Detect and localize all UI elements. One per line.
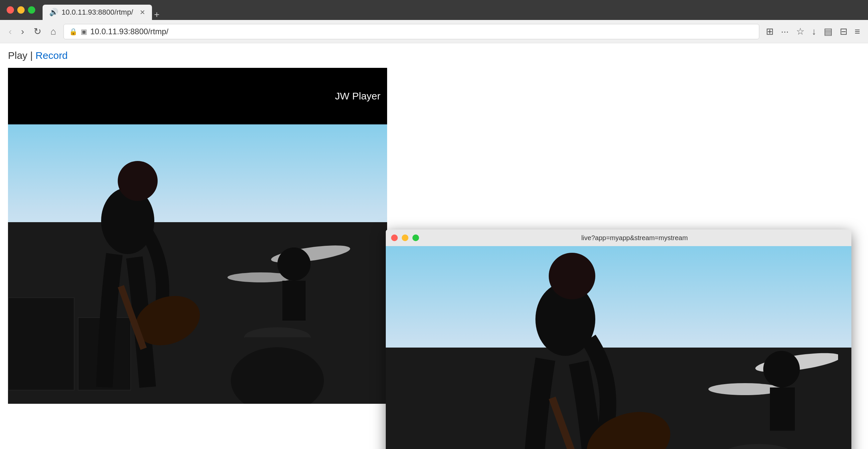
svg-point-9 (277, 247, 311, 281)
vlc-titlebar: live?app=myapp&stream=mystream (386, 230, 851, 246)
address-bar-input[interactable] (90, 27, 754, 36)
page-header: Play | Record (8, 50, 860, 61)
play-label: Play (8, 50, 27, 61)
close-button[interactable] (7, 6, 14, 13)
drum-kit (194, 204, 361, 404)
tab-close-icon[interactable]: ✕ (140, 8, 145, 16)
svg-rect-10 (282, 281, 306, 321)
svg-point-1 (118, 161, 158, 201)
page-content: Play | Record JW Player (0, 43, 868, 411)
separator: | (30, 50, 33, 61)
refresh-button[interactable]: ↻ (32, 24, 43, 39)
nav-action-buttons: ⊞ ··· ☆ ↓ ▤ ⊟ ≡ (765, 25, 861, 38)
jw-player-top-bar: JW Player (8, 68, 387, 124)
grid-icon-button[interactable]: ⊞ (765, 25, 775, 38)
vlc-close-button[interactable] (391, 235, 398, 241)
active-tab[interactable]: 🔊 10.0.11.93:8800/rtmp/ ✕ (42, 5, 152, 20)
minimize-button[interactable] (17, 6, 25, 13)
vlc-minimize-button[interactable] (402, 235, 408, 241)
band-scene (8, 124, 387, 404)
jw-player-container: JW Player (8, 68, 387, 404)
svg-point-8 (231, 347, 324, 404)
svg-point-12 (549, 253, 595, 299)
more-options-button[interactable]: ··· (779, 25, 790, 38)
new-tab-button[interactable]: + (154, 9, 159, 20)
jw-player-label: JW Player (335, 90, 380, 102)
vlc-band-scene (386, 246, 851, 449)
navigation-bar: ‹ › ↻ ⌂ 🔒 ▣ ⊞ ··· ☆ ↓ ▤ ⊟ ≡ (0, 20, 868, 43)
jw-player-video (8, 124, 387, 404)
vlc-drum-kit (672, 303, 838, 449)
window-traffic-lights (7, 6, 35, 13)
bookmarks-button[interactable]: ▤ (823, 25, 834, 38)
bookmark-star-button[interactable]: ☆ (795, 25, 806, 38)
record-link[interactable]: Record (36, 50, 68, 61)
vlc-window-title: live?app=myapp&stream=mystream (423, 234, 846, 242)
tab-title: 10.0.11.93:8800/rtmp/ (62, 8, 133, 17)
lock-icon: ▣ (81, 28, 87, 36)
sidebar-panel-button[interactable]: ⊟ (838, 25, 849, 38)
svg-rect-21 (770, 387, 795, 431)
home-button[interactable]: ⌂ (49, 24, 58, 39)
maximize-button[interactable] (28, 6, 35, 13)
svg-point-20 (763, 351, 800, 387)
tab-speaker-icon: 🔊 (49, 8, 58, 17)
browser-titlebar: 🔊 10.0.11.93:8800/rtmp/ ✕ + (0, 0, 868, 20)
vlc-video-area (386, 246, 851, 449)
forward-button[interactable]: › (19, 24, 26, 39)
back-button[interactable]: ‹ (7, 24, 13, 39)
vlc-maximize-button[interactable] (412, 235, 419, 241)
hamburger-menu-button[interactable]: ≡ (854, 25, 861, 38)
vlc-window: live?app=myapp&stream=mystream (386, 230, 851, 449)
security-icon: 🔒 (69, 28, 78, 36)
tab-bar: 🔊 10.0.11.93:8800/rtmp/ ✕ + (42, 0, 160, 20)
svg-point-17 (722, 444, 795, 449)
download-button[interactable]: ↓ (810, 25, 818, 38)
address-bar-container: 🔒 ▣ (64, 24, 760, 39)
